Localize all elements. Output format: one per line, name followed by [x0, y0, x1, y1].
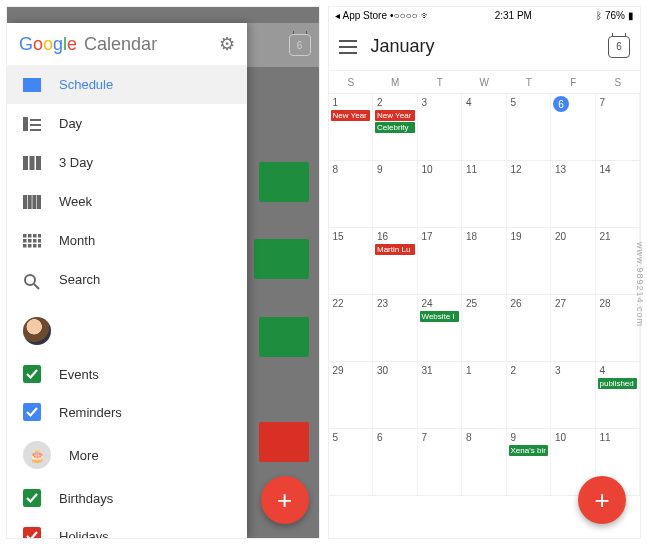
- svg-rect-10: [23, 195, 27, 209]
- calendar-day-cell[interactable]: 8: [462, 429, 507, 495]
- calendar-reminders[interactable]: Reminders: [7, 393, 247, 431]
- calendar-day-cell[interactable]: 3: [551, 362, 596, 428]
- view-3-day[interactable]: 3 Day: [7, 143, 247, 182]
- svg-rect-7: [23, 156, 28, 170]
- calendar-day-cell[interactable]: 18: [462, 228, 507, 294]
- weekday-label: T: [507, 71, 552, 93]
- calendar-day-cell[interactable]: 6: [373, 429, 418, 495]
- day-number: 18: [464, 230, 504, 243]
- event-chip[interactable]: Martin Lu: [375, 244, 415, 255]
- calendar-day-cell[interactable]: 1: [462, 362, 507, 428]
- day-number: 13: [553, 163, 593, 176]
- calendar-day-cell[interactable]: 11: [462, 161, 507, 227]
- calendar-day-cell[interactable]: 15: [329, 228, 374, 294]
- calendar-day-cell[interactable]: 1New Year: [329, 94, 374, 160]
- calendar-day-cell[interactable]: 10: [418, 161, 463, 227]
- event-chip[interactable]: Xena's bir: [509, 445, 549, 456]
- phone-left-drawer-view: 6 76% ▮ Google Calendar ⚙ ScheduleDay3 D…: [6, 6, 320, 539]
- three-day-icon: [23, 156, 41, 170]
- day-number: 24: [420, 297, 460, 310]
- calendar-day-cell[interactable]: 26: [507, 295, 552, 361]
- more-icon: 🎂: [23, 441, 51, 469]
- wifi-icon: ᯤ: [421, 10, 431, 21]
- svg-rect-21: [33, 239, 37, 243]
- checkbox-icon[interactable]: [23, 403, 41, 421]
- svg-rect-3: [23, 117, 28, 131]
- day-number: 28: [598, 297, 638, 310]
- calendar-day-cell[interactable]: 14: [596, 161, 641, 227]
- calendar-day-cell[interactable]: 8: [329, 161, 374, 227]
- calendar-day-cell[interactable]: 7: [596, 94, 641, 160]
- calendar-day-cell[interactable]: 20: [551, 228, 596, 294]
- bluetooth-icon: ᛒ: [596, 10, 602, 21]
- calendar-day-cell[interactable]: 21: [596, 228, 641, 294]
- view-month[interactable]: Month: [7, 221, 247, 260]
- calendar-day-cell[interactable]: 2: [507, 362, 552, 428]
- calendar-events[interactable]: Events: [7, 355, 247, 393]
- view-search[interactable]: Search: [7, 260, 247, 299]
- svg-rect-22: [33, 244, 37, 248]
- view-week[interactable]: Week: [7, 182, 247, 221]
- view-label: 3 Day: [59, 155, 93, 170]
- day-number: 5: [509, 96, 549, 109]
- event-chip[interactable]: Website l: [420, 311, 460, 322]
- calendar-day-cell[interactable]: 9Xena's bir: [507, 429, 552, 495]
- day-number: 9: [375, 163, 415, 176]
- create-event-fab[interactable]: +: [261, 476, 309, 524]
- calendar-day-cell[interactable]: 9: [373, 161, 418, 227]
- calendar-day-cell[interactable]: 28: [596, 295, 641, 361]
- checkbox-icon[interactable]: [23, 527, 41, 539]
- event-chip[interactable]: New Year: [331, 110, 371, 121]
- svg-rect-4: [30, 119, 41, 121]
- calendar-day-cell[interactable]: 30: [373, 362, 418, 428]
- calendar-day-cell[interactable]: 31: [418, 362, 463, 428]
- calendar-holidays[interactable]: Holidays: [7, 517, 247, 539]
- calendar-day-cell[interactable]: 13: [551, 161, 596, 227]
- calendar-day-cell[interactable]: 16Martin Lu: [373, 228, 418, 294]
- calendar-week-row: 222324Website l25262728: [329, 295, 641, 362]
- account-row[interactable]: [7, 307, 247, 355]
- event-chip[interactable]: Celebrity: [375, 122, 415, 133]
- calendar-day-cell[interactable]: 3: [418, 94, 463, 160]
- calendar-day-cell[interactable]: 23: [373, 295, 418, 361]
- calendar-day-cell[interactable]: 25: [462, 295, 507, 361]
- calendar-day-cell[interactable]: 17: [418, 228, 463, 294]
- view-day[interactable]: Day: [7, 104, 247, 143]
- calendar-label: Events: [59, 367, 99, 382]
- calendar-day-cell[interactable]: 4published: [596, 362, 641, 428]
- calendar-day-cell[interactable]: 27: [551, 295, 596, 361]
- more-calendars-row[interactable]: 🎂 More: [7, 431, 247, 479]
- calendar-day-cell[interactable]: 4: [462, 94, 507, 160]
- calendar-day-cell[interactable]: 22: [329, 295, 374, 361]
- today-icon[interactable]: 6: [608, 36, 630, 58]
- day-number: 17: [420, 230, 460, 243]
- view-schedule[interactable]: Schedule: [7, 65, 247, 104]
- month-title[interactable]: January: [371, 36, 595, 57]
- calendar-birthdays[interactable]: Birthdays: [7, 479, 247, 517]
- day-number: 11: [464, 163, 504, 176]
- calendar-day-cell[interactable]: 5: [329, 429, 374, 495]
- calendar-day-cell[interactable]: 2New YearCelebrity: [373, 94, 418, 160]
- day-number: 5: [331, 431, 371, 444]
- back-chevron-icon[interactable]: ◂: [335, 10, 340, 21]
- calendar-day-cell[interactable]: 12: [507, 161, 552, 227]
- calendar-day-cell[interactable]: 5: [507, 94, 552, 160]
- event-chip[interactable]: New Year: [375, 110, 415, 121]
- checkbox-icon[interactable]: [23, 489, 41, 507]
- calendar-day-cell[interactable]: 19: [507, 228, 552, 294]
- back-label[interactable]: App Store: [343, 10, 387, 21]
- calendar-day-cell[interactable]: 24Website l: [418, 295, 463, 361]
- svg-rect-23: [38, 234, 41, 238]
- today-icon[interactable]: 6: [289, 34, 311, 56]
- event-tile: [254, 239, 309, 279]
- checkbox-icon[interactable]: [23, 365, 41, 383]
- settings-icon[interactable]: ⚙: [219, 33, 235, 55]
- calendar-day-cell[interactable]: 29: [329, 362, 374, 428]
- signal-icon: •○○○○: [390, 10, 418, 21]
- calendar-day-cell[interactable]: 6: [551, 94, 596, 160]
- create-event-fab[interactable]: +: [578, 476, 626, 524]
- event-chip[interactable]: published: [598, 378, 638, 389]
- menu-icon[interactable]: [339, 40, 357, 54]
- calendar-day-cell[interactable]: 7: [418, 429, 463, 495]
- svg-rect-12: [32, 195, 36, 209]
